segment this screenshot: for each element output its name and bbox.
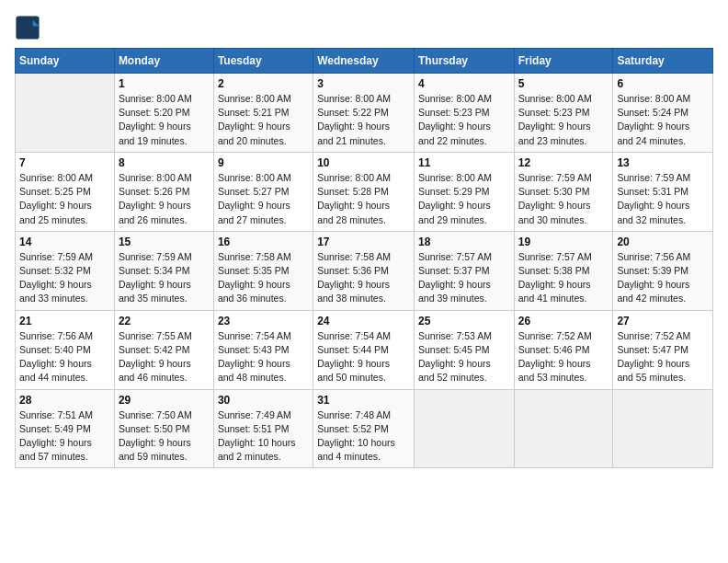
- day-number: 22: [119, 315, 210, 327]
- calendar-cell: 24Sunrise: 7:54 AM Sunset: 5:44 PM Dayli…: [313, 310, 415, 389]
- day-number: 19: [518, 236, 609, 248]
- week-row-2: 7Sunrise: 8:00 AM Sunset: 5:25 PM Daylig…: [16, 152, 713, 231]
- day-header-saturday: Saturday: [613, 49, 713, 74]
- calendar-cell: [613, 389, 713, 468]
- calendar-cell: 10Sunrise: 8:00 AM Sunset: 5:28 PM Dayli…: [313, 152, 415, 231]
- calendar-cell: [16, 74, 115, 153]
- day-number: 6: [617, 77, 709, 90]
- day-info: Sunrise: 7:57 AM Sunset: 5:38 PM Dayligh…: [518, 250, 609, 306]
- day-info: Sunrise: 7:52 AM Sunset: 5:46 PM Dayligh…: [518, 329, 609, 385]
- day-info: Sunrise: 7:58 AM Sunset: 5:35 PM Dayligh…: [218, 250, 309, 306]
- day-info: Sunrise: 7:57 AM Sunset: 5:37 PM Dayligh…: [418, 250, 510, 306]
- day-number: 20: [617, 236, 709, 248]
- day-info: Sunrise: 8:00 AM Sunset: 5:28 PM Dayligh…: [317, 171, 410, 227]
- calendar-cell: 31Sunrise: 7:48 AM Sunset: 5:52 PM Dayli…: [313, 389, 415, 468]
- week-row-3: 14Sunrise: 7:59 AM Sunset: 5:32 PM Dayli…: [16, 231, 713, 310]
- calendar-cell: 17Sunrise: 7:58 AM Sunset: 5:36 PM Dayli…: [313, 231, 415, 310]
- day-info: Sunrise: 8:00 AM Sunset: 5:23 PM Dayligh…: [518, 92, 609, 148]
- calendar-cell: [514, 389, 613, 468]
- day-info: Sunrise: 7:58 AM Sunset: 5:36 PM Dayligh…: [317, 250, 410, 306]
- calendar-cell: 5Sunrise: 8:00 AM Sunset: 5:23 PM Daylig…: [514, 74, 613, 153]
- day-number: 1: [119, 77, 210, 90]
- day-number: 23: [218, 315, 309, 327]
- day-number: 12: [518, 156, 609, 169]
- day-number: 7: [19, 156, 110, 169]
- day-number: 15: [119, 236, 210, 248]
- day-number: 18: [418, 236, 510, 248]
- day-number: 27: [617, 315, 709, 327]
- calendar-cell: 21Sunrise: 7:56 AM Sunset: 5:40 PM Dayli…: [16, 310, 115, 389]
- day-info: Sunrise: 8:00 AM Sunset: 5:22 PM Dayligh…: [317, 92, 410, 148]
- calendar-cell: 13Sunrise: 7:59 AM Sunset: 5:31 PM Dayli…: [613, 152, 713, 231]
- day-info: Sunrise: 7:54 AM Sunset: 5:44 PM Dayligh…: [317, 329, 410, 385]
- day-header-wednesday: Wednesday: [313, 49, 415, 74]
- day-number: 28: [19, 394, 110, 407]
- calendar-cell: 27Sunrise: 7:52 AM Sunset: 5:47 PM Dayli…: [613, 310, 713, 389]
- logo: [15, 15, 44, 40]
- calendar-cell: 14Sunrise: 7:59 AM Sunset: 5:32 PM Dayli…: [16, 231, 115, 310]
- logo-icon: [15, 15, 40, 40]
- calendar-cell: 29Sunrise: 7:50 AM Sunset: 5:50 PM Dayli…: [114, 389, 213, 468]
- day-number: 14: [19, 236, 110, 248]
- calendar-cell: 20Sunrise: 7:56 AM Sunset: 5:39 PM Dayli…: [613, 231, 713, 310]
- day-info: Sunrise: 7:51 AM Sunset: 5:49 PM Dayligh…: [19, 408, 110, 465]
- day-info: Sunrise: 8:00 AM Sunset: 5:29 PM Dayligh…: [418, 171, 510, 227]
- calendar-cell: 18Sunrise: 7:57 AM Sunset: 5:37 PM Dayli…: [414, 231, 514, 310]
- day-info: Sunrise: 8:00 AM Sunset: 5:25 PM Dayligh…: [19, 171, 110, 227]
- page-header: [15, 15, 713, 40]
- day-number: 21: [19, 315, 110, 327]
- day-info: Sunrise: 7:54 AM Sunset: 5:43 PM Dayligh…: [218, 329, 309, 385]
- calendar-cell: 22Sunrise: 7:55 AM Sunset: 5:42 PM Dayli…: [114, 310, 213, 389]
- week-row-5: 28Sunrise: 7:51 AM Sunset: 5:49 PM Dayli…: [16, 389, 713, 468]
- day-info: Sunrise: 7:59 AM Sunset: 5:34 PM Dayligh…: [119, 250, 210, 306]
- day-info: Sunrise: 7:49 AM Sunset: 5:51 PM Dayligh…: [218, 408, 309, 465]
- day-info: Sunrise: 7:55 AM Sunset: 5:42 PM Dayligh…: [119, 329, 210, 385]
- day-info: Sunrise: 8:00 AM Sunset: 5:21 PM Dayligh…: [218, 92, 309, 148]
- calendar-table: SundayMondayTuesdayWednesdayThursdayFrid…: [15, 48, 713, 468]
- day-info: Sunrise: 7:50 AM Sunset: 5:50 PM Dayligh…: [119, 408, 210, 465]
- header-row: SundayMondayTuesdayWednesdayThursdayFrid…: [16, 49, 713, 74]
- day-info: Sunrise: 7:56 AM Sunset: 5:40 PM Dayligh…: [19, 329, 110, 385]
- svg-rect-0: [16, 16, 39, 39]
- calendar-cell: 23Sunrise: 7:54 AM Sunset: 5:43 PM Dayli…: [213, 310, 313, 389]
- calendar-cell: 16Sunrise: 7:58 AM Sunset: 5:35 PM Dayli…: [213, 231, 313, 310]
- calendar-cell: 12Sunrise: 7:59 AM Sunset: 5:30 PM Dayli…: [514, 152, 613, 231]
- day-number: 30: [218, 394, 309, 407]
- day-header-friday: Friday: [514, 49, 613, 74]
- day-number: 3: [317, 77, 410, 90]
- day-number: 26: [518, 315, 609, 327]
- day-number: 29: [119, 394, 210, 407]
- week-row-4: 21Sunrise: 7:56 AM Sunset: 5:40 PM Dayli…: [16, 310, 713, 389]
- calendar-cell: 9Sunrise: 8:00 AM Sunset: 5:27 PM Daylig…: [213, 152, 313, 231]
- calendar-cell: 15Sunrise: 7:59 AM Sunset: 5:34 PM Dayli…: [114, 231, 213, 310]
- day-number: 16: [218, 236, 309, 248]
- calendar-cell: 28Sunrise: 7:51 AM Sunset: 5:49 PM Dayli…: [16, 389, 115, 468]
- day-number: 8: [119, 156, 210, 169]
- week-row-1: 1Sunrise: 8:00 AM Sunset: 5:20 PM Daylig…: [16, 74, 713, 153]
- day-info: Sunrise: 7:59 AM Sunset: 5:31 PM Dayligh…: [617, 171, 709, 227]
- day-info: Sunrise: 7:48 AM Sunset: 5:52 PM Dayligh…: [317, 408, 410, 465]
- day-info: Sunrise: 7:59 AM Sunset: 5:30 PM Dayligh…: [518, 171, 609, 227]
- calendar-cell: 7Sunrise: 8:00 AM Sunset: 5:25 PM Daylig…: [16, 152, 115, 231]
- day-number: 4: [418, 77, 510, 90]
- calendar-cell: 6Sunrise: 8:00 AM Sunset: 5:24 PM Daylig…: [613, 74, 713, 153]
- day-info: Sunrise: 7:56 AM Sunset: 5:39 PM Dayligh…: [617, 250, 709, 306]
- day-header-thursday: Thursday: [414, 49, 514, 74]
- calendar-cell: 1Sunrise: 8:00 AM Sunset: 5:20 PM Daylig…: [114, 74, 213, 153]
- day-number: 11: [418, 156, 510, 169]
- day-number: 25: [418, 315, 510, 327]
- day-number: 24: [317, 315, 410, 327]
- day-number: 9: [218, 156, 309, 169]
- day-header-tuesday: Tuesday: [213, 49, 313, 74]
- calendar-cell: 3Sunrise: 8:00 AM Sunset: 5:22 PM Daylig…: [313, 74, 415, 153]
- day-number: 2: [218, 77, 309, 90]
- day-header-monday: Monday: [114, 49, 213, 74]
- calendar-cell: 2Sunrise: 8:00 AM Sunset: 5:21 PM Daylig…: [213, 74, 313, 153]
- day-info: Sunrise: 8:00 AM Sunset: 5:26 PM Dayligh…: [119, 171, 210, 227]
- day-number: 5: [518, 77, 609, 90]
- calendar-cell: 8Sunrise: 8:00 AM Sunset: 5:26 PM Daylig…: [114, 152, 213, 231]
- calendar-cell: 11Sunrise: 8:00 AM Sunset: 5:29 PM Dayli…: [414, 152, 514, 231]
- day-header-sunday: Sunday: [16, 49, 115, 74]
- day-info: Sunrise: 8:00 AM Sunset: 5:24 PM Dayligh…: [617, 92, 709, 148]
- calendar-cell: 19Sunrise: 7:57 AM Sunset: 5:38 PM Dayli…: [514, 231, 613, 310]
